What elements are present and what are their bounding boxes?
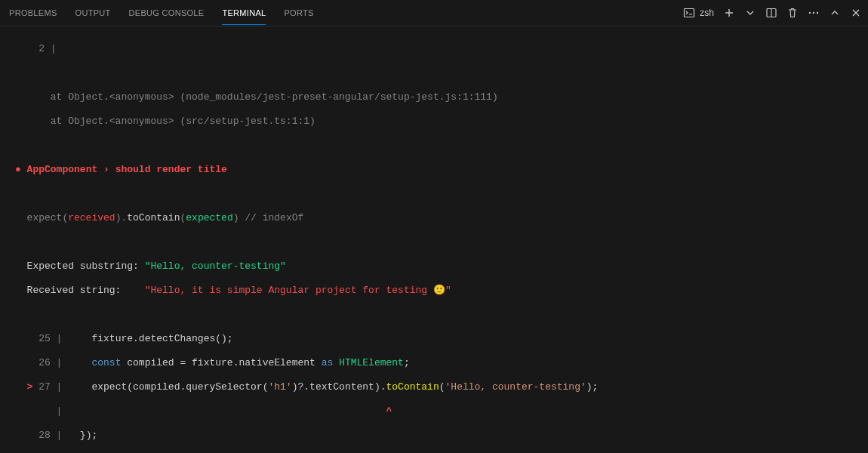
expect-line: expect(received).toContain(expected) // …	[15, 212, 868, 224]
shell-indicator[interactable]: zsh	[683, 7, 714, 19]
output-line	[15, 67, 868, 79]
code-line: 28 | });	[15, 430, 868, 442]
tab-terminal[interactable]: TERMINAL	[222, 2, 266, 25]
tab-debug-console[interactable]: DEBUG CONSOLE	[129, 2, 205, 25]
code-line: 26 | const compiled = fixture.nativeElem…	[15, 357, 868, 369]
split-terminal-icon[interactable]	[765, 7, 777, 19]
code-line-highlight: > 27 | expect(compiled.querySelector('h1…	[15, 381, 868, 393]
tab-ports[interactable]: PORTS	[284, 2, 313, 25]
svg-point-3	[813, 12, 814, 14]
caret-line: | ^	[15, 405, 868, 418]
output-line	[15, 309, 868, 321]
expected-line: Expected substring: "Hello, counter-test…	[15, 260, 868, 273]
close-icon[interactable]	[850, 7, 862, 19]
code-line: 25 | fixture.detectChanges();	[15, 333, 868, 345]
svg-rect-0	[685, 9, 694, 17]
tab-output[interactable]: OUTPUT	[75, 2, 111, 25]
stack-line: at Object.<anonymous> (node_modules/jest…	[15, 91, 868, 103]
terminal-output[interactable]: 2 | at Object.<anonymous> (node_modules/…	[0, 26, 868, 453]
received-line: Received string: "Hello, it is simple An…	[15, 285, 868, 297]
test-failure-title: ● AppComponent › should render title	[15, 164, 868, 176]
output-line	[15, 188, 868, 200]
stack-line: at Object.<anonymous> (src/setup-jest.ts…	[15, 116, 868, 128]
chevron-up-icon[interactable]	[829, 7, 841, 19]
output-line: 2 |	[15, 43, 868, 55]
svg-point-4	[817, 12, 818, 14]
terminal-icon	[683, 7, 695, 19]
bullet-icon: ●	[15, 164, 21, 175]
output-line	[15, 236, 868, 248]
chevron-down-icon[interactable]	[744, 7, 756, 19]
trash-icon[interactable]	[786, 7, 799, 19]
more-icon[interactable]	[808, 7, 820, 19]
terminal-actions: zsh	[683, 7, 862, 19]
output-line	[15, 140, 868, 152]
svg-point-2	[809, 12, 811, 14]
shell-name: zsh	[700, 8, 714, 18]
panel-header: PROBLEMS OUTPUT DEBUG CONSOLE TERMINAL P…	[0, 0, 868, 26]
new-terminal-icon[interactable]	[723, 7, 735, 19]
panel-tabs: PROBLEMS OUTPUT DEBUG CONSOLE TERMINAL P…	[9, 2, 314, 25]
tab-problems[interactable]: PROBLEMS	[9, 2, 57, 25]
